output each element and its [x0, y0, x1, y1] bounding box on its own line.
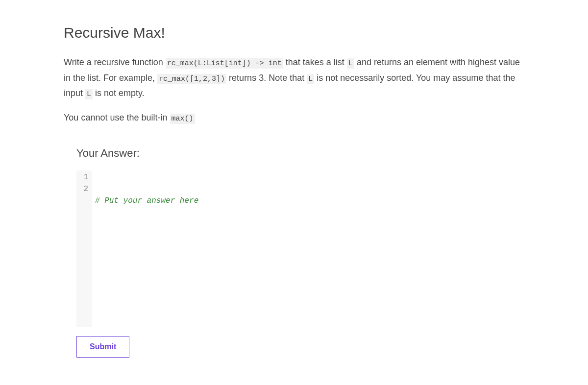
page-title: Recursive Max!	[64, 24, 524, 41]
code-comment: # Put your answer here	[95, 196, 198, 205]
submit-button[interactable]: Submit	[76, 336, 129, 358]
code-var: L	[347, 58, 354, 69]
line-gutter: 1 2	[76, 170, 92, 327]
code-builtin: max()	[170, 114, 195, 124]
code-line	[95, 230, 495, 242]
text-fragment: returns 3. Note that	[226, 73, 307, 83]
code-signature: rc_max(L:List[int]) -> int	[166, 58, 283, 69]
text-fragment: You cannot use the built-in	[64, 113, 170, 122]
answer-label: Your Answer:	[76, 147, 524, 160]
line-number: 1	[80, 171, 88, 183]
code-line: # Put your answer here	[95, 195, 495, 207]
code-editor[interactable]: 1 2 # Put your answer here	[76, 170, 498, 327]
problem-description: Write a recursive function rc_max(L:List…	[64, 55, 524, 125]
code-area[interactable]: # Put your answer here	[92, 170, 498, 327]
description-paragraph-1: Write a recursive function rc_max(L:List…	[64, 55, 524, 101]
description-paragraph-2: You cannot use the built-in max()	[64, 110, 524, 126]
text-fragment: is not empty.	[93, 88, 145, 98]
code-var: L	[307, 74, 314, 84]
answer-section: Your Answer: 1 2 # Put your answer here …	[76, 147, 524, 358]
text-fragment: Write a recursive function	[64, 57, 166, 67]
code-example: rc_max([1,2,3])	[157, 74, 226, 84]
line-number: 2	[80, 183, 88, 195]
text-fragment: that takes a list	[283, 57, 347, 67]
code-var: L	[85, 89, 93, 99]
